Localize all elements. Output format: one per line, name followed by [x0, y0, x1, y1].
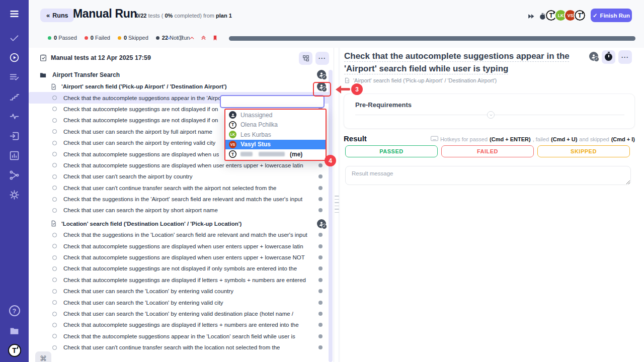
test-status-dot-icon — [318, 233, 323, 237]
tree-layout-button[interactable] — [299, 52, 312, 65]
play-circle-icon[interactable] — [8, 51, 21, 64]
assignee-icon[interactable] — [317, 70, 326, 79]
avatar[interactable]: T — [574, 9, 586, 22]
test-detail-panel: Check that the autocomplete suggestions … — [340, 48, 644, 362]
test-row[interactable]: Check that autocomplete suggestings are … — [29, 263, 330, 274]
test-status-circle-icon — [52, 278, 57, 282]
assignee-option[interactable]: VSVasyl Stus — [225, 140, 326, 150]
test-status-circle-icon — [52, 233, 57, 237]
test-row[interactable]: Check that autocomplete suggestings are … — [29, 275, 330, 286]
test-title[interactable]: Check that the autocomplete suggestions … — [344, 50, 585, 75]
finish-run-button[interactable]: ✓ Finish Run — [591, 9, 632, 22]
test-status-circle-icon — [52, 334, 57, 338]
bookmark-icon[interactable] — [211, 34, 218, 41]
test-status-circle-icon — [52, 300, 57, 305]
group-row[interactable]: 'Location' search field ('Destination Lo… — [29, 218, 330, 229]
help-icon[interactable]: ? — [9, 305, 20, 316]
app-logo-icon[interactable]: T — [8, 344, 21, 357]
test-status-dot-icon — [318, 345, 323, 349]
status-dot-icon — [156, 36, 159, 40]
collapse-toggle-icon[interactable] — [487, 111, 495, 119]
document-icon — [50, 220, 57, 227]
panel-resize-handle[interactable] — [335, 196, 339, 213]
status-count[interactable]: 0Skipped — [118, 35, 148, 41]
status-dot-icon — [85, 36, 88, 40]
test-status-circle-icon — [52, 152, 57, 156]
test-row[interactable]: Check that autocomplete suggestings are … — [29, 319, 330, 330]
command-shortcut-button[interactable]: ⌘ — [35, 351, 51, 362]
chevron-down-icon[interactable] — [165, 34, 172, 41]
test-row[interactable]: Check that user can't search the airport… — [29, 171, 330, 182]
chevrons-up-icon[interactable] — [200, 34, 207, 41]
test-timer-button[interactable] — [602, 50, 615, 64]
menu-icon[interactable] — [8, 7, 21, 20]
test-row[interactable]: Check that user can't continue transfer … — [29, 183, 330, 194]
redacted-name — [259, 152, 285, 156]
run-progress-text: 0/22 tests ( 0% completed) from plan 1 — [136, 13, 232, 19]
chevron-up-icon[interactable] — [188, 34, 195, 41]
circle-filter-icon[interactable] — [177, 34, 184, 41]
timer-icon — [605, 53, 612, 61]
test-status-dot-icon — [318, 197, 323, 201]
test-row[interactable]: Check that the suggestions in the 'Airpo… — [29, 194, 330, 205]
folder-icon[interactable] — [8, 324, 21, 337]
bar-chart-icon[interactable] — [8, 149, 21, 162]
group-row[interactable]: 'Airport' search field ('Pick-up Airport… — [29, 81, 330, 92]
test-status-dot-icon — [318, 312, 323, 316]
person-icon — [229, 111, 236, 119]
test-status-circle-icon — [52, 96, 57, 100]
test-more-button[interactable]: ··· — [618, 50, 632, 64]
pulse-icon[interactable] — [8, 110, 21, 123]
failed-button[interactable]: FAILED — [441, 145, 534, 157]
test-status-circle-icon — [52, 345, 57, 350]
annotation-box-assignee-icon — [313, 82, 331, 97]
test-row[interactable]: Check that the suggestions in the 'Locat… — [29, 229, 330, 240]
gear-icon[interactable] — [8, 188, 21, 201]
check-icon[interactable] — [8, 31, 21, 44]
runs-button-label: Runs — [52, 12, 68, 19]
logo-avatar-icon: T — [229, 150, 236, 158]
skipped-button[interactable]: SKIPPED — [537, 145, 630, 157]
test-row[interactable]: Check that the autocomplete suggestions … — [29, 331, 330, 342]
suite-row[interactable]: Airport Transfer Search — [29, 69, 330, 81]
assignee-option[interactable]: LKLes Kurbas — [225, 130, 326, 140]
list-check-icon[interactable] — [8, 70, 21, 83]
test-row[interactable]: Check that user can search the airport b… — [29, 205, 330, 216]
fast-forward-icon[interactable] — [526, 12, 535, 21]
assignee-option[interactable]: TOlena Pchilka — [225, 120, 326, 130]
steps-icon[interactable] — [8, 90, 21, 103]
test-status-dot-icon — [318, 323, 323, 327]
assignee-option[interactable]: T(me) — [225, 149, 326, 159]
test-status-dot-icon — [318, 301, 323, 305]
status-count[interactable]: 0Passed — [48, 35, 77, 41]
app-window: ? T « Runs Manual Run 0/22 tests ( 0% co… — [0, 0, 644, 362]
test-status-circle-icon — [52, 312, 57, 316]
assignee-option[interactable]: Unassigned — [225, 110, 326, 120]
result-message-input[interactable] — [345, 166, 631, 185]
assignee-icon[interactable] — [589, 52, 598, 61]
assignee-icon[interactable] — [317, 219, 326, 228]
test-row[interactable]: Check that user can search the 'Location… — [29, 308, 330, 319]
test-status-dot-icon — [318, 278, 323, 282]
tree-scrollbar[interactable] — [329, 70, 333, 362]
test-row[interactable]: Check that user can search the 'Location… — [29, 297, 330, 308]
annotation-step-badge: 3 — [351, 83, 363, 95]
hotkeys-hint: Hotkeys for passed (Cmd + ENTER) , faile… — [431, 136, 635, 142]
import-box-icon[interactable] — [8, 129, 21, 142]
status-count[interactable]: 0Failed — [85, 35, 110, 41]
test-status-dot-icon — [318, 289, 323, 293]
passed-button[interactable]: PASSED — [345, 145, 438, 157]
tree-more-button[interactable]: ··· — [315, 52, 329, 65]
branch-icon[interactable] — [8, 168, 21, 182]
test-row[interactable]: Check that user can't continue transfer … — [29, 342, 330, 353]
test-row[interactable]: Check that autocomplete suggestions are … — [29, 252, 330, 263]
assignee-search-input[interactable] — [220, 95, 325, 108]
test-status-circle-icon — [52, 141, 57, 145]
tree-title: Manual tests at 12 Apr 2025 17:59 — [51, 54, 151, 61]
document-icon — [50, 83, 57, 90]
test-row[interactable]: Check that user can search the 'Location… — [29, 286, 330, 297]
test-row[interactable]: Check that autocomplete suggestions are … — [29, 240, 330, 251]
annotation-step-badge: 4 — [325, 155, 336, 166]
back-to-runs-button[interactable]: « Runs — [40, 9, 74, 22]
test-row[interactable]: Check that autocomplete suggestions are … — [29, 160, 330, 171]
